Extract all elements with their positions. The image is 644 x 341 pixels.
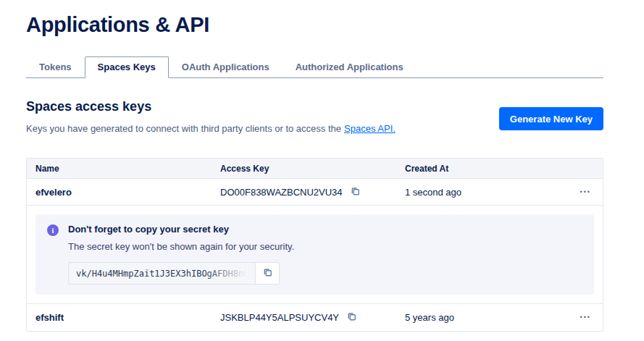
created-at-value: 5 years ago	[396, 312, 562, 323]
section-header-text: Spaces access keys Keys you have generat…	[26, 99, 396, 134]
row-actions-menu-button[interactable]: •••	[562, 314, 603, 321]
section-description-text: Keys you have generated to connect with …	[26, 123, 341, 134]
copy-secret-key-button[interactable]	[255, 262, 280, 285]
section-description: Keys you have generated to connect with …	[26, 123, 396, 134]
secret-key-value: vk/H4u4MHmpZait1J3EX3hIBOgAFDH8n6gTv3H	[76, 269, 255, 279]
table-header-row: Name Access Key Created At	[27, 159, 603, 179]
secret-key-field-group: vk/H4u4MHmpZait1J3EX3hIBOgAFDH8n6gTv3H	[68, 262, 294, 285]
callout-title: Don't forget to copy your secret key	[68, 224, 294, 235]
spaces-api-link[interactable]: Spaces API.	[344, 123, 396, 134]
secret-key-field: vk/H4u4MHmpZait1J3EX3hIBOgAFDH8n6gTv3H	[68, 262, 255, 285]
ellipsis-icon: •••	[580, 188, 591, 195]
copy-icon	[262, 267, 272, 279]
access-key-cell: JSKBLP44Y5ALPSUYCV4Y	[212, 311, 396, 324]
callout-description: The secret key won't be shown again for …	[68, 241, 294, 252]
column-header-access-key: Access Key	[212, 164, 396, 174]
tab-authorized-applications[interactable]: Authorized Applications	[283, 56, 417, 78]
applications-api-page: Applications & API Tokens Spaces Keys OA…	[0, 0, 603, 332]
table-row: efvelero DO00F838WAZBCNU2VU34 1 second a…	[27, 179, 603, 205]
secret-key-callout-row: i Don't forget to copy your secret key T…	[27, 205, 603, 303]
tab-spaces-keys[interactable]: Spaces Keys	[85, 56, 169, 78]
table-row: efshift JSKBLP44Y5ALPSUYCV4Y 5 years ago…	[27, 303, 603, 331]
column-header-name: Name	[27, 164, 212, 174]
tab-oauth-applications[interactable]: OAuth Applications	[169, 56, 283, 78]
tab-tokens[interactable]: Tokens	[26, 56, 85, 78]
secret-key-callout: i Don't forget to copy your secret key T…	[35, 214, 594, 295]
page-title: Applications & API	[26, 13, 603, 37]
info-icon: i	[47, 224, 59, 236]
copy-icon	[346, 311, 356, 324]
copy-icon	[350, 186, 360, 198]
copy-access-key-button[interactable]	[346, 311, 356, 324]
generate-new-key-button[interactable]: Generate New Key	[499, 107, 603, 130]
row-actions-menu-button[interactable]: •••	[562, 189, 603, 195]
access-key-value: JSKBLP44Y5ALPSUYCV4Y	[220, 312, 339, 323]
tab-bar: Tokens Spaces Keys OAuth Applications Au…	[26, 56, 603, 78]
spaces-keys-table: Name Access Key Created At efvelero DO00…	[26, 158, 603, 332]
key-name: efshift	[27, 312, 212, 323]
section-header: Spaces access keys Keys you have generat…	[26, 99, 603, 134]
section-heading: Spaces access keys	[26, 99, 396, 114]
key-name: efvelero	[27, 187, 212, 198]
copy-access-key-button[interactable]	[350, 186, 360, 198]
ellipsis-icon: •••	[580, 313, 591, 321]
column-header-created-at: Created At	[396, 164, 562, 174]
access-key-value: DO00F838WAZBCNU2VU34	[220, 187, 343, 198]
created-at-value: 1 second ago	[396, 187, 562, 198]
callout-body: Don't forget to copy your secret key The…	[68, 224, 294, 285]
access-key-cell: DO00F838WAZBCNU2VU34	[212, 186, 396, 198]
